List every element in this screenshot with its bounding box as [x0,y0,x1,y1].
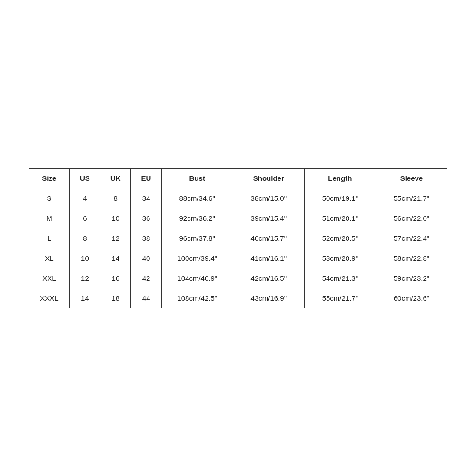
cell-us: 12 [69,268,100,288]
table-row: S483488cm/34.6"38cm/15.0"50cm/19.1"55cm/… [29,188,447,208]
cell-length: 51cm/20.1" [304,208,376,228]
cell-size: L [29,228,70,248]
cell-eu: 34 [131,188,161,208]
header-eu: EU [131,168,161,188]
cell-uk: 16 [100,268,131,288]
cell-length: 52cm/20.5" [304,228,376,248]
cell-uk: 12 [100,228,131,248]
cell-shoulder: 43cm/16.9" [233,288,304,308]
header-bust: Bust [161,168,233,188]
cell-size: XXL [29,268,70,288]
size-chart-container: Size US UK EU Bust Shoulder Length Sleev… [29,168,447,308]
size-chart-table: Size US UK EU Bust Shoulder Length Sleev… [29,168,447,308]
header-sleeve: Sleeve [376,168,447,188]
cell-size: XXXL [29,288,70,308]
cell-bust: 92cm/36.2" [161,208,233,228]
cell-us: 6 [69,208,100,228]
cell-bust: 96cm/37.8" [161,228,233,248]
header-size: Size [29,168,70,188]
cell-bust: 88cm/34.6" [161,188,233,208]
cell-uk: 14 [100,248,131,268]
cell-shoulder: 39cm/15.4" [233,208,304,228]
cell-eu: 38 [131,228,161,248]
cell-shoulder: 38cm/15.0" [233,188,304,208]
table-header-row: Size US UK EU Bust Shoulder Length Sleev… [29,168,447,188]
table-row: M6103692cm/36.2"39cm/15.4"51cm/20.1"56cm… [29,208,447,228]
cell-bust: 100cm/39.4" [161,248,233,268]
cell-eu: 44 [131,288,161,308]
header-uk: UK [100,168,131,188]
cell-shoulder: 40cm/15.7" [233,228,304,248]
cell-uk: 8 [100,188,131,208]
cell-eu: 36 [131,208,161,228]
cell-length: 55cm/21.7" [304,288,376,308]
table-row: XL101440100cm/39.4"41cm/16.1"53cm/20.9"5… [29,248,447,268]
cell-sleeve: 56cm/22.0" [376,208,447,228]
cell-eu: 40 [131,248,161,268]
cell-us: 14 [69,288,100,308]
cell-sleeve: 58cm/22.8" [376,248,447,268]
cell-length: 50cm/19.1" [304,188,376,208]
table-row: XXXL141844108cm/42.5"43cm/16.9"55cm/21.7… [29,288,447,308]
cell-size: S [29,188,70,208]
header-us: US [69,168,100,188]
cell-bust: 108cm/42.5" [161,288,233,308]
cell-eu: 42 [131,268,161,288]
cell-sleeve: 60cm/23.6" [376,288,447,308]
cell-size: M [29,208,70,228]
cell-us: 4 [69,188,100,208]
header-shoulder: Shoulder [233,168,304,188]
cell-uk: 10 [100,208,131,228]
cell-sleeve: 57cm/22.4" [376,228,447,248]
cell-us: 8 [69,228,100,248]
cell-sleeve: 59cm/23.2" [376,268,447,288]
cell-shoulder: 41cm/16.1" [233,248,304,268]
cell-length: 54cm/21.3" [304,268,376,288]
cell-shoulder: 42cm/16.5" [233,268,304,288]
table-row: XXL121642104cm/40.9"42cm/16.5"54cm/21.3"… [29,268,447,288]
cell-us: 10 [69,248,100,268]
cell-size: XL [29,248,70,268]
table-row: L8123896cm/37.8"40cm/15.7"52cm/20.5"57cm… [29,228,447,248]
header-length: Length [304,168,376,188]
cell-sleeve: 55cm/21.7" [376,188,447,208]
cell-bust: 104cm/40.9" [161,268,233,288]
cell-uk: 18 [100,288,131,308]
cell-length: 53cm/20.9" [304,248,376,268]
